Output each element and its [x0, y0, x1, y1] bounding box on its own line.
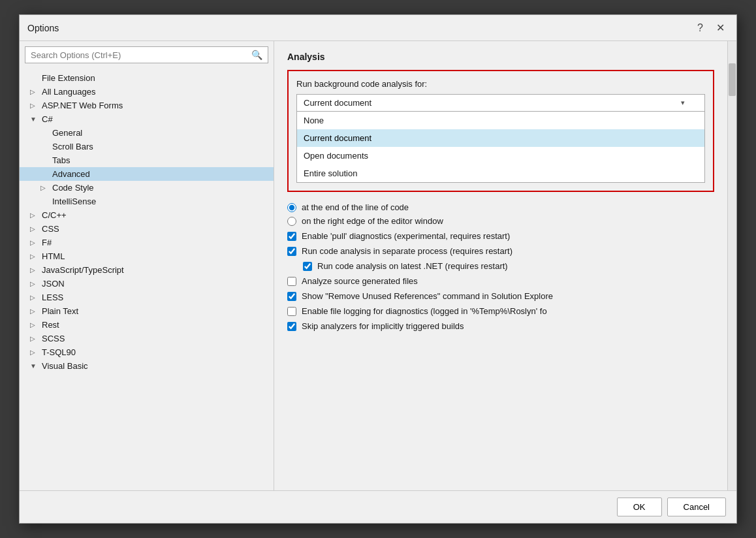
- checkbox-row-file-logging: Enable file logging for diagnostics (log…: [287, 306, 714, 316]
- radio-label-end-of-line: at the end of the line of code: [302, 202, 409, 212]
- tree-item-csharp[interactable]: ▼C#: [20, 112, 274, 126]
- search-icon: 🔍: [251, 50, 262, 60]
- tree-item-csharp-advanced[interactable]: Advanced: [20, 167, 274, 181]
- tree-item-label: Plain Text: [42, 306, 78, 316]
- tree-item-less[interactable]: ▷LESS: [20, 291, 274, 304]
- tree-arrow-icon: ▷: [30, 239, 39, 246]
- tree-item-aspnet-web-forms[interactable]: ▷ASP.NET Web Forms: [20, 99, 274, 112]
- tree-item-label: ASP.NET Web Forms: [42, 101, 123, 110]
- checkbox-row-source-generated: Analyze source generated files: [287, 276, 714, 286]
- checkbox-separate-process[interactable]: [287, 247, 296, 256]
- checkbox-file-logging[interactable]: [287, 307, 296, 316]
- tree-item-csharp-general[interactable]: General: [20, 126, 274, 140]
- search-input[interactable]: [31, 50, 251, 60]
- tree-arrow-icon: ▷: [30, 294, 39, 301]
- tree-item-cpp[interactable]: ▷C/C++: [20, 208, 274, 222]
- right-content: Analysis Run background code analysis fo…: [274, 41, 727, 490]
- dialog-footer: OK Cancel: [20, 490, 736, 523]
- tree-arrow-icon: ▷: [30, 88, 39, 95]
- tree-arrow-icon: ▼: [30, 116, 39, 123]
- checkbox-latest-dotnet[interactable]: [303, 262, 312, 271]
- analysis-dropdown-group: Run background code analysis for: Curren…: [287, 70, 714, 192]
- dropdown-option-entire-solution[interactable]: Entire solution: [297, 165, 704, 182]
- checkbox-skip-analyzers[interactable]: [287, 322, 296, 331]
- tree-item-html[interactable]: ▷HTML: [20, 249, 274, 263]
- tree-item-all-languages[interactable]: ▷All Languages: [20, 85, 274, 99]
- tree-item-label: C#: [42, 114, 53, 124]
- tree-item-label: All Languages: [42, 87, 95, 97]
- dropdown-list: NoneCurrent documentOpen documentsEntire…: [296, 111, 705, 183]
- cancel-button[interactable]: Cancel: [667, 498, 726, 516]
- tree-arrow-icon: ▷: [30, 349, 39, 356]
- checkbox-label-remove-unused-refs: Show "Remove Unused References" command …: [302, 291, 553, 301]
- tree-item-javascript[interactable]: ▷JavaScript/TypeScript: [20, 263, 274, 277]
- tree-arrow-icon: ▷: [40, 184, 50, 191]
- tree-item-label: File Extension: [42, 73, 95, 83]
- dropdown-selected[interactable]: Current document ▾: [296, 94, 705, 112]
- tree-item-scss[interactable]: ▷SCSS: [20, 332, 274, 345]
- tree-item-label: JSON: [42, 279, 65, 289]
- tree-item-label: SCSS: [42, 334, 65, 343]
- checkbox-label-source-generated: Analyze source generated files: [302, 276, 418, 286]
- tree-item-label: Tabs: [52, 155, 70, 165]
- options-section: at the end of the line of codeon the rig…: [287, 202, 714, 331]
- radio-row-end-of-line: at the end of the line of code: [287, 202, 714, 212]
- scrollbar-thumb: [729, 63, 736, 96]
- radio-end-of-line[interactable]: [287, 203, 296, 212]
- tree-item-label: Advanced: [52, 169, 90, 179]
- right-scrollbar[interactable]: [727, 41, 736, 490]
- close-button[interactable]: ✕: [712, 20, 729, 35]
- help-button[interactable]: ?: [693, 21, 707, 35]
- checkbox-row-latest-dotnet: Run code analysis on latest .NET (requir…: [303, 261, 714, 271]
- checkbox-source-generated[interactable]: [287, 277, 296, 286]
- dropdown-option-open-documents[interactable]: Open documents: [297, 147, 704, 165]
- radio-label-right-edge: on the right edge of the editor window: [302, 216, 443, 226]
- checkbox-pull-diagnostics[interactable]: [287, 232, 296, 241]
- title-bar-controls: ? ✕: [693, 20, 729, 35]
- tree-arrow-icon: ▷: [30, 253, 39, 260]
- dropdown-option-none[interactable]: None: [297, 112, 704, 129]
- tree-item-label: Visual Basic: [42, 361, 88, 371]
- dropdown-selected-value: Current document: [304, 98, 371, 108]
- dropdown-option-current-document[interactable]: Current document: [297, 129, 704, 147]
- tree-arrow-icon: ▷: [30, 266, 39, 274]
- tree-item-plain-text[interactable]: ▷Plain Text: [20, 304, 274, 318]
- checkboxes-group: Enable 'pull' diagnostics (experimental,…: [287, 231, 714, 331]
- tree-item-label: LESS: [42, 293, 63, 302]
- tree-item-file-extension[interactable]: File Extension: [20, 71, 274, 85]
- tree-item-label: Rest: [42, 320, 59, 330]
- tree-item-label: General: [52, 128, 82, 138]
- tree-item-tsql[interactable]: ▷T-SQL90: [20, 345, 274, 359]
- tree-item-label: HTML: [42, 251, 65, 261]
- tree-item-visual-basic[interactable]: ▼Visual Basic: [20, 359, 274, 373]
- tree-item-csharp-tabs[interactable]: Tabs: [20, 153, 274, 167]
- tree-item-csharp-scrollbars[interactable]: Scroll Bars: [20, 140, 274, 153]
- tree-item-fsharp[interactable]: ▷F#: [20, 236, 274, 249]
- tree-item-csharp-codestyle[interactable]: ▷Code Style: [20, 181, 274, 195]
- chevron-down-icon: ▾: [681, 99, 685, 107]
- tree-item-label: JavaScript/TypeScript: [42, 265, 124, 275]
- tree-arrow-icon: ▷: [30, 225, 39, 232]
- ok-button[interactable]: OK: [617, 498, 662, 516]
- tree-arrow-icon: ▷: [30, 321, 39, 328]
- tree-item-csharp-intellisense[interactable]: IntelliSense: [20, 195, 274, 208]
- checkbox-remove-unused-refs[interactable]: [287, 292, 296, 301]
- tree-arrow-icon: ▷: [30, 280, 39, 287]
- radio-right-edge[interactable]: [287, 217, 296, 226]
- checkbox-label-separate-process: Run code analysis in separate process (r…: [302, 246, 512, 256]
- dialog-title: Options: [27, 23, 59, 33]
- tree-item-json[interactable]: ▷JSON: [20, 277, 274, 291]
- checkbox-label-skip-analyzers: Skip analyzers for implicitly triggered …: [302, 321, 464, 331]
- tree-item-rest[interactable]: ▷Rest: [20, 318, 274, 332]
- checkbox-row-remove-unused-refs: Show "Remove Unused References" command …: [287, 291, 714, 301]
- tree-item-label: Code Style: [52, 183, 94, 193]
- tree-item-css[interactable]: ▷CSS: [20, 222, 274, 236]
- search-box[interactable]: 🔍: [25, 46, 268, 63]
- dialog-body: 🔍 File Extension▷All Languages▷ASP.NET W…: [20, 41, 736, 490]
- checkbox-label-file-logging: Enable file logging for diagnostics (log…: [302, 306, 547, 316]
- tree-arrow-icon: ▷: [30, 308, 39, 315]
- tree-item-label: IntelliSense: [52, 197, 96, 206]
- tree-arrow-icon: ▷: [30, 102, 39, 109]
- tree-item-label: F#: [42, 238, 52, 247]
- checkbox-row-separate-process: Run code analysis in separate process (r…: [287, 246, 714, 256]
